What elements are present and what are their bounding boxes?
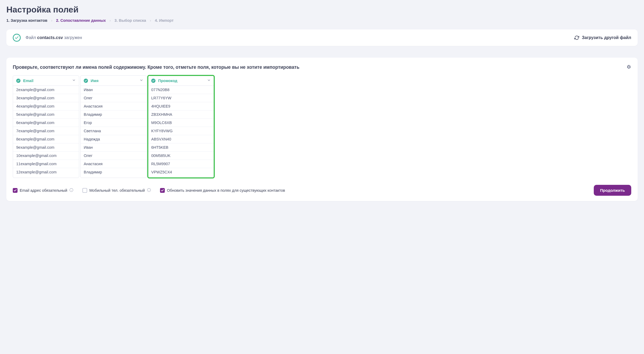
checkbox-icon — [160, 188, 165, 193]
data-cell: Олег — [81, 94, 146, 102]
data-cell: ZB3XHMHA — [148, 110, 214, 119]
data-cell: Иван — [81, 143, 146, 152]
file-suffix: загружен — [64, 35, 82, 40]
column-header-label: Промокод — [158, 79, 177, 83]
column-cells: ИванОлегАнастасияВладимирЕгорСветланаНад… — [81, 86, 146, 176]
data-cell: 9example@gmail.com — [13, 143, 79, 152]
checkbox-label: Мобильный тел. обязательный — [89, 188, 145, 193]
data-cell: 12example@gmail.com — [13, 168, 79, 176]
footer-options: Email адрес обязательныйМобильный тел. о… — [13, 188, 285, 193]
data-cell: 5example@gmail.com — [13, 110, 79, 119]
data-cell: 10example@gmail.com — [13, 152, 79, 160]
chevron-down-icon — [207, 78, 211, 83]
data-cell: 8example@gmail.com — [13, 135, 79, 143]
checkbox-label: Email адрес обязательный — [20, 188, 67, 193]
breadcrumb-step-4[interactable]: 4. Импорт — [155, 18, 174, 23]
checkbox-icon — [13, 188, 18, 193]
data-cell: Светлана — [81, 127, 146, 135]
refresh-icon — [574, 35, 579, 40]
chevron-right-icon: › — [51, 18, 52, 23]
mapping-column-email: Email 2example@gmail.com3example@gmail.c… — [13, 75, 79, 178]
data-cell: 7example@gmail.com — [13, 127, 79, 135]
column-cells: 077N20B8LR77Y6YW4HQUIEE9ZB3XHMHAM9OLC6XB… — [148, 86, 214, 176]
data-cell: Владимир — [81, 168, 146, 176]
continue-button[interactable]: Продолжить — [594, 185, 631, 196]
chevron-right-icon: › — [110, 18, 111, 23]
mapping-card: Проверьте, соответствуют ли имена полей … — [6, 58, 638, 201]
data-cell: VPWZ5CX4 — [148, 168, 214, 176]
data-cell: 3example@gmail.com — [13, 94, 79, 102]
data-cell: 6example@gmail.com — [13, 119, 79, 127]
mapping-columns: Email 2example@gmail.com3example@gmail.c… — [13, 75, 631, 178]
gear-icon[interactable] — [626, 65, 631, 70]
file-name: contacts.csv — [37, 35, 63, 40]
checkbox-option[interactable]: Обновить значения данных в полях для сущ… — [160, 188, 285, 193]
footer-row: Email адрес обязательныйМобильный тел. о… — [13, 185, 631, 196]
chevron-down-icon — [72, 78, 76, 83]
data-cell: KYFY8VWG — [148, 127, 214, 135]
mapping-column-promo: Промокод 077N20B8LR77Y6YW4HQUIEE9ZB3XHMH… — [148, 75, 214, 178]
data-cell: M9OLC6XB — [148, 119, 214, 127]
breadcrumb: 1. Загрузка контактов › 2. Сопоставление… — [6, 18, 638, 23]
checkbox-option[interactable]: Email адрес обязательный — [13, 188, 73, 193]
checkbox-label: Обновить значения данных в полях для сущ… — [167, 188, 285, 193]
check-badge-icon — [151, 79, 155, 83]
mapping-column-name: Имя ИванОлегАнастасияВладимирЕгорСветлан… — [80, 75, 147, 178]
data-cell: Иван — [81, 86, 146, 94]
mapping-instruction: Проверьте, соответствуют ли имена полей … — [13, 65, 299, 70]
breadcrumb-step-2[interactable]: 2. Сопоставление данных — [56, 18, 106, 23]
check-badge-icon — [16, 79, 20, 83]
data-cell: Егор — [81, 119, 146, 127]
column-cells: 2example@gmail.com3example@gmail.com4exa… — [13, 86, 79, 176]
page-title: Настройка полей — [6, 5, 638, 15]
data-cell: 4HQUIEE9 — [148, 102, 214, 110]
data-cell: Анастасия — [81, 160, 146, 168]
data-cell: 6HT5KEB — [148, 143, 214, 152]
file-uploaded-card: Файл contacts.csv загружен Загрузить дру… — [6, 29, 638, 46]
breadcrumb-step-3[interactable]: 3. Выбор списка — [115, 18, 146, 23]
column-header-dropdown[interactable]: Email — [13, 76, 79, 86]
file-uploaded-text: Файл contacts.csv загружен — [26, 35, 82, 40]
info-icon[interactable] — [69, 188, 73, 193]
column-header-label: Email — [23, 79, 33, 83]
file-prefix: Файл — [26, 35, 36, 40]
checkbox-icon — [82, 188, 87, 193]
data-cell: 11example@gmail.com — [13, 160, 79, 168]
data-cell: RL5M9907 — [148, 160, 214, 168]
data-cell: 4example@gmail.com — [13, 102, 79, 110]
checkbox-option[interactable]: Мобильный тел. обязательный — [82, 188, 151, 193]
data-cell: ABSVXN40 — [148, 135, 214, 143]
data-cell: 077N20B8 — [148, 86, 214, 94]
data-cell: Надежда — [81, 135, 146, 143]
column-header-dropdown[interactable]: Имя — [81, 76, 146, 86]
data-cell: LR77Y6YW — [148, 94, 214, 102]
data-cell: 2example@gmail.com — [13, 86, 79, 94]
column-header-label: Имя — [91, 79, 99, 83]
data-cell: Владимир — [81, 110, 146, 119]
column-header-dropdown[interactable]: Промокод — [148, 76, 214, 86]
reload-file-label: Загрузить другой файл — [582, 35, 631, 40]
reload-file-button[interactable]: Загрузить другой файл — [574, 35, 631, 40]
check-circle-icon — [13, 34, 21, 42]
check-badge-icon — [84, 79, 88, 83]
data-cell: Олег — [81, 152, 146, 160]
chevron-right-icon: › — [150, 18, 151, 23]
chevron-down-icon — [140, 78, 143, 83]
data-cell: 00M585UK — [148, 152, 214, 160]
info-icon[interactable] — [147, 188, 151, 193]
data-cell: Анастасия — [81, 102, 146, 110]
breadcrumb-step-1[interactable]: 1. Загрузка контактов — [6, 18, 47, 23]
